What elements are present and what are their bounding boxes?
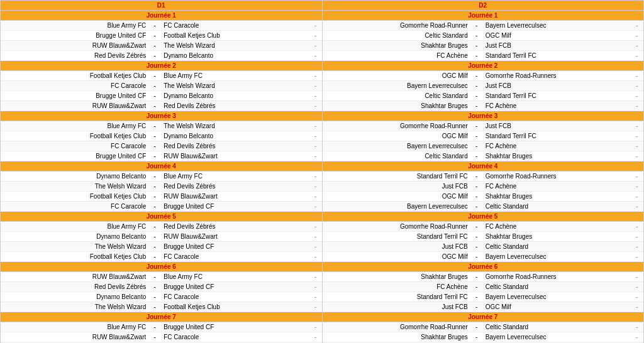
match-row: Shakhtar Bruges-FC Achène-	[323, 101, 644, 111]
result: -	[309, 133, 322, 139]
score-separator: -	[148, 233, 161, 240]
team-home: Dynamo Belcanto	[1, 293, 148, 300]
team-away: Red Devils Zébrés	[161, 102, 309, 109]
team-away: Red Devils Zébrés	[161, 143, 309, 150]
score-separator: -	[470, 243, 483, 250]
team-away: Football Ketjes Club	[161, 32, 309, 39]
team-away: Celtic Standard	[483, 203, 631, 210]
team-home: Blue Army FC	[1, 324, 148, 330]
match-row: Standard Terril FC-Gomorrhe Road-Runners…	[323, 172, 644, 182]
score-separator: -	[470, 72, 483, 79]
team-away: FC Achène	[483, 223, 631, 230]
team-away: Bayern Leverreculsec	[483, 334, 631, 340]
team-home: RUW Blauw&Zwart	[1, 102, 148, 109]
score-separator: -	[148, 122, 161, 129]
score-separator: -	[470, 303, 483, 310]
match-row: Bayern Leverreculsec-FC Achène-	[323, 141, 644, 151]
team-away: Bayern Leverreculsec	[483, 22, 631, 29]
journee-header: Journée 4	[323, 161, 644, 172]
team-away: FC Caracole	[161, 253, 309, 260]
match-row: Red Devils Zébrés-Dynamo Belcanto-	[1, 51, 322, 61]
result: -	[309, 293, 322, 300]
match-row: Football Ketjes Club-FC Caracole-	[1, 252, 322, 262]
result: -	[631, 153, 643, 160]
result: -	[631, 183, 643, 190]
match-row: Dynamo Belcanto-RUW Blauw&Zwart-	[1, 232, 322, 242]
team-home: Bayern Leverreculsec	[323, 82, 470, 89]
result: -	[309, 223, 322, 230]
journee-header: Journée 1	[323, 11, 644, 21]
score-separator: -	[470, 92, 483, 99]
team-home: FC Caracole	[1, 82, 148, 89]
result: -	[309, 233, 322, 240]
team-home: Standard Terril FC	[323, 173, 470, 180]
team-away: RUW Blauw&Zwart	[161, 193, 309, 200]
team-away: Bayern Leverreculsec	[483, 253, 631, 260]
team-away: Red Devils Zébrés	[161, 183, 309, 190]
score-separator: -	[148, 223, 161, 230]
match-row: Gomorrhe Road-Runner-Bayern Leverreculse…	[323, 21, 644, 31]
result: -	[309, 52, 322, 59]
team-home: FC Caracole	[1, 203, 148, 210]
team-home: Football Ketjes Club	[1, 133, 148, 139]
match-row: Just FCB-FC Achène-	[323, 182, 644, 192]
team-home: Brugge United CF	[1, 92, 148, 99]
team-home: Red Devils Zébrés	[1, 52, 148, 59]
main-container: D1Journée 1Blue Army FC-FC Caracole-Brug…	[0, 0, 644, 343]
team-away: Shakhtar Bruges	[483, 153, 631, 160]
team-away: FC Caracole	[161, 22, 309, 29]
result: -	[309, 173, 322, 180]
team-home: The Welsh Wizard	[1, 303, 148, 310]
team-away: Brugge United CF	[161, 243, 309, 250]
team-away: RUW Blauw&Zwart	[161, 233, 309, 240]
team-home: OGC Milf	[323, 133, 470, 139]
score-separator: -	[470, 324, 483, 330]
match-row: Celtic Standard-Shakhtar Bruges-	[323, 151, 644, 161]
result: -	[309, 334, 322, 340]
score-separator: -	[470, 82, 483, 89]
result: -	[631, 193, 643, 200]
result: -	[309, 193, 322, 200]
score-separator: -	[148, 253, 161, 260]
team-home: OGC Milf	[323, 72, 470, 79]
journee-header: Journée 1	[1, 11, 322, 21]
journee-header: Journée 3	[1, 111, 322, 121]
team-home: OGC Milf	[323, 193, 470, 200]
score-separator: -	[148, 273, 161, 280]
team-home: Red Devils Zébrés	[1, 283, 148, 290]
team-home: Brugge United CF	[1, 32, 148, 39]
match-row: Gomorrhe Road-Runner-FC Achène-	[323, 222, 644, 232]
match-row: Shakhtar Bruges-Gomorrhe Road-Runners-	[323, 272, 644, 282]
match-row: Gomorrhe Road-Runner-Just FCB-	[323, 121, 644, 131]
journee-header: Journée 6	[1, 262, 322, 272]
result: -	[309, 253, 322, 260]
team-home: Gomorrhe Road-Runner	[323, 223, 470, 230]
team-home: Shakhtar Bruges	[323, 273, 470, 280]
result: -	[309, 153, 322, 160]
team-home: Bayern Leverreculsec	[323, 143, 470, 150]
team-home: Standard Terril FC	[323, 233, 470, 240]
score-separator: -	[470, 283, 483, 290]
match-row: Red Devils Zébrés-Brugge United CF-	[1, 282, 322, 292]
team-away: Shakhtar Bruges	[483, 193, 631, 200]
result: -	[631, 42, 643, 49]
score-separator: -	[470, 52, 483, 59]
journee-header: Journée 5	[323, 212, 644, 222]
team-home: Shakhtar Bruges	[323, 42, 470, 49]
team-away: FC Caracole	[161, 293, 309, 300]
result: -	[309, 243, 322, 250]
score-separator: -	[470, 253, 483, 260]
team-home: Celtic Standard	[323, 92, 470, 99]
score-separator: -	[148, 203, 161, 210]
score-separator: -	[148, 133, 161, 139]
team-home: RUW Blauw&Zwart	[1, 334, 148, 340]
result: -	[631, 203, 643, 210]
match-row: Football Ketjes Club-Dynamo Belcanto-	[1, 131, 322, 141]
team-home: Bayern Leverreculsec	[323, 203, 470, 210]
match-row: Bayern Leverreculsec-Celtic Standard-	[323, 202, 644, 212]
result: -	[631, 334, 643, 340]
result: -	[631, 303, 643, 310]
division-title: D1	[1, 1, 322, 11]
result: -	[631, 32, 643, 39]
result: -	[631, 253, 643, 260]
